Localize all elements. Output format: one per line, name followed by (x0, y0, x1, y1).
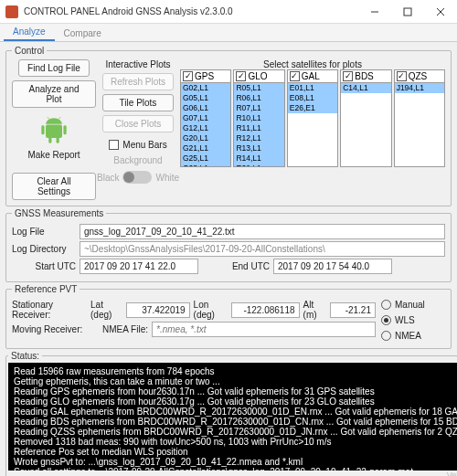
sat-label-qzs: QZS (409, 71, 428, 81)
sat-header-qzs[interactable]: QZS (394, 69, 445, 83)
svg-rect-6 (46, 125, 62, 138)
clear-all-button[interactable]: Clear All Settings (12, 173, 96, 200)
sat-item[interactable]: G28,L1 (181, 164, 230, 167)
gnss-legend: GNSS Measurements (12, 208, 106, 218)
refresh-plots-button[interactable]: Refresh Plots (102, 73, 174, 90)
find-log-button[interactable]: Find Log File (18, 59, 90, 77)
log-file-input[interactable] (80, 224, 445, 239)
start-utc-input[interactable] (80, 259, 198, 274)
sat-item[interactable]: G20,L1 (181, 133, 230, 143)
sat-item[interactable]: J194,L1 (395, 83, 444, 93)
background-toggle[interactable] (122, 171, 152, 184)
svg-line-12 (58, 117, 60, 120)
control-fieldset: Control Find Log File Analyze and Plot M… (5, 46, 452, 206)
svg-rect-7 (41, 125, 44, 134)
version-label: Version: v2.3.0.0 (8, 471, 457, 476)
sat-item[interactable]: R12,L1 (234, 133, 283, 143)
nmea-file-input[interactable] (152, 322, 376, 337)
sat-label-gal: GAL (302, 71, 320, 81)
log-dir-input[interactable] (80, 241, 445, 257)
log-dir-label: Log Directory (12, 244, 76, 254)
pvt-legend: Reference PVT (12, 284, 80, 294)
sat-item[interactable]: C14,L1 (341, 83, 390, 93)
sat-item[interactable]: R07,L1 (234, 103, 283, 113)
status-console: Read 15966 raw measurements from 784 epo… (8, 363, 457, 471)
sat-label-glo: GLO (248, 71, 267, 81)
wls-radio[interactable] (381, 315, 391, 325)
sat-header-bds[interactable]: BDS (340, 69, 391, 83)
sat-list-gal[interactable]: E01,L1E08,L1E26,E1 (287, 83, 338, 167)
sat-item[interactable]: R10,L1 (234, 113, 283, 123)
sat-header-gal[interactable]: GAL (287, 69, 338, 83)
tab-bar: Analyze Compare (0, 24, 457, 42)
nmea-label: NMEA (395, 331, 421, 341)
sat-list-glo[interactable]: R05,L1R06,L1R07,L1R10,L1R11,L1R12,L1R13,… (233, 83, 284, 167)
sat-item[interactable]: G02,L1 (181, 83, 230, 93)
status-line: Reading BDS ephemeris from BRDC00WRD_R_2… (14, 417, 457, 427)
sat-list-bds[interactable]: C14,L1 (340, 83, 391, 167)
nmea-radio[interactable] (381, 331, 391, 341)
status-line: Wrote gnssPvt to: ...\gnss_log_2017_09_2… (14, 457, 457, 467)
close-button[interactable] (424, 0, 457, 24)
end-utc-input[interactable] (273, 259, 392, 274)
sat-list-qzs[interactable]: J194,L1 (394, 83, 445, 167)
start-utc-label: Start UTC (12, 261, 76, 271)
sat-list-gps[interactable]: G02,L1G05,L1G06,L1G07,L1G12,L1G20,L1G21,… (180, 83, 231, 167)
status-line: Read 15966 raw measurements from 784 epo… (14, 366, 457, 376)
sat-item[interactable]: R20,L1 (234, 164, 283, 167)
alt-input[interactable] (330, 302, 376, 318)
window-title: CONTROL PANEL Android GNSS Analysis v2.3… (24, 6, 233, 16)
sat-item[interactable]: R05,L1 (234, 83, 283, 93)
sat-item[interactable]: G07,L1 (181, 113, 230, 123)
moving-label: Moving Receiver: (12, 324, 99, 334)
sat-item[interactable]: R11,L1 (234, 123, 283, 133)
menu-bars-checkbox[interactable] (109, 140, 119, 150)
close-plots-button[interactable]: Close Plots (102, 115, 174, 132)
sat-item[interactable]: G06,L1 (181, 103, 230, 113)
lat-input[interactable] (126, 302, 190, 318)
sat-item[interactable]: G05,L1 (181, 93, 230, 103)
background-label: Background (113, 155, 162, 165)
sat-item[interactable]: E26,E1 (288, 103, 337, 113)
sat-item[interactable]: G21,L1 (181, 143, 230, 153)
make-report-button[interactable]: Make Report (27, 150, 80, 160)
lon-input[interactable] (231, 302, 300, 318)
svg-rect-9 (48, 137, 51, 143)
manual-radio[interactable] (381, 300, 391, 310)
sat-item[interactable]: E08,L1 (288, 93, 337, 103)
sat-header-glo[interactable]: GLO (233, 69, 284, 83)
app-icon (5, 5, 18, 18)
sat-label-bds: BDS (355, 71, 374, 81)
sat-item[interactable]: R14,L1 (234, 153, 283, 164)
status-fieldset: Status: Read 15966 raw measurements from… (5, 351, 457, 476)
analyze-plot-button[interactable]: Analyze and Plot (12, 80, 96, 108)
status-line: Reference Pos set to median WLS position (14, 447, 457, 457)
sat-item[interactable]: G12,L1 (181, 123, 230, 133)
sat-checkbox-glo[interactable] (236, 71, 246, 81)
lon-label: Lon (deg) (194, 300, 228, 320)
sat-checkbox-bds[interactable] (343, 71, 353, 81)
manual-label: Manual (395, 300, 425, 310)
sat-header-gps[interactable]: GPS (180, 69, 231, 83)
sat-checkbox-qzs[interactable] (397, 71, 407, 81)
android-icon (35, 111, 73, 150)
tab-analyze[interactable]: Analyze (4, 24, 55, 41)
status-line: Getting ephemeris, this can take a minut… (14, 376, 457, 386)
tab-compare[interactable]: Compare (55, 26, 111, 41)
sat-item[interactable]: R13,L1 (234, 143, 283, 153)
white-label: White (155, 173, 179, 183)
status-line: Reading GPS ephemeris from hour2630.17n … (14, 386, 457, 397)
sat-item[interactable]: E01,L1 (288, 83, 337, 93)
sat-checkbox-gal[interactable] (290, 71, 300, 81)
status-line: Saved all settings to ...\2017-09-20-All… (14, 467, 457, 471)
sat-checkbox-gps[interactable] (183, 71, 193, 81)
sat-item[interactable]: R06,L1 (234, 93, 283, 103)
minimize-button[interactable] (358, 0, 391, 24)
sat-item[interactable]: G25,L1 (181, 153, 230, 164)
maximize-button[interactable] (391, 0, 424, 24)
titlebar: CONTROL PANEL Android GNSS Analysis v2.3… (0, 0, 457, 24)
wls-label: WLS (395, 315, 415, 325)
alt-label: Alt (m) (303, 300, 326, 320)
pvt-fieldset: Reference PVT Stationary Receiver: Lat (… (5, 284, 452, 349)
tile-plots-button[interactable]: Tile Plots (102, 94, 174, 111)
